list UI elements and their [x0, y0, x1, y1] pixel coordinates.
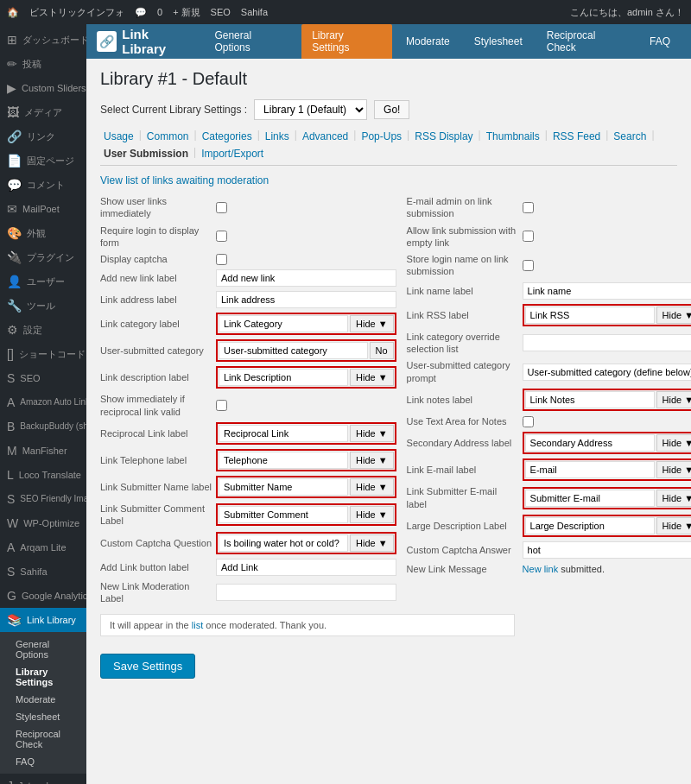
input-captcha-answer[interactable] — [523, 541, 691, 559]
sidebar-item-backupbuddy[interactable]: B BackupBuddy (shared on wpblocker.com) — [0, 414, 86, 439]
input-link-email[interactable] — [525, 461, 655, 478]
sub-nav-rss-feed[interactable]: RSS Feed — [549, 129, 604, 144]
input-link-notes[interactable] — [525, 391, 655, 408]
input-captcha-question[interactable] — [219, 534, 348, 552]
sub-nav-categories[interactable]: Categories — [199, 129, 256, 144]
checkbox-store-login[interactable] — [523, 260, 534, 271]
checkbox-email-admin[interactable] — [523, 202, 534, 213]
sidebar-item-media[interactable]: 🖼 メディア — [0, 100, 86, 124]
input-submitter-name[interactable] — [219, 478, 348, 496]
submenu-reciprocal-check[interactable]: Reciprocal Check — [0, 725, 86, 753]
hide-btn-link-category[interactable]: Hide ▼ — [350, 315, 394, 332]
submenu-faq[interactable]: FAQ — [0, 753, 86, 770]
input-link-name[interactable] — [523, 282, 691, 300]
input-reciprocal-link[interactable] — [219, 425, 348, 442]
sidebar-item-shortcodes[interactable]: [] ショートコード — [0, 342, 86, 366]
sidebar-item-amazon[interactable]: A Amazon Auto Links — [0, 390, 86, 414]
sub-nav-usage[interactable]: Usage — [100, 129, 137, 144]
nav-tab-reciprocal-check[interactable]: Reciprocal Check — [536, 24, 636, 59]
checkbox-allow-empty-link[interactable] — [523, 231, 534, 242]
hide-btn-secondary-address[interactable]: Hide ▼ — [656, 434, 691, 452]
sidebar-item-settings[interactable]: ⚙ 設定 — [0, 318, 86, 342]
library-select[interactable]: Library 1 (Default) — [254, 99, 367, 120]
input-add-link-btn[interactable] — [216, 559, 396, 576]
sidebar-item-pages[interactable]: 📄 固定ページ — [0, 149, 86, 173]
sidebar-item-link-library[interactable]: 📚 Link Library — [0, 608, 86, 632]
sidebar-item-loco-translate[interactable]: L Loco Translate — [0, 463, 86, 487]
checkbox-use-textarea[interactable] — [523, 416, 534, 427]
submenu-moderate[interactable]: Moderate — [0, 691, 86, 708]
sidebar-item-links[interactable]: 🔗 リンク — [0, 124, 86, 149]
go-button[interactable]: Go! — [374, 100, 409, 119]
checkbox-require-login[interactable] — [216, 231, 227, 242]
hide-btn-link-notes[interactable]: Hide ▼ — [656, 391, 691, 408]
sub-nav-common[interactable]: Common — [143, 129, 193, 144]
sidebar-item-manfisher[interactable]: M ManFisher — [0, 439, 86, 463]
checkbox-display-captcha[interactable] — [216, 254, 227, 265]
input-user-submitted-prompt[interactable] — [523, 364, 691, 381]
sidebar-item-google-analytics[interactable]: G Google Analytics — [0, 584, 86, 608]
sidebar-item-sahifa[interactable]: S Sahifa — [0, 560, 86, 584]
submenu-general-options[interactable]: General Options — [0, 635, 86, 663]
input-link-address[interactable] — [216, 291, 396, 308]
site-name[interactable]: ビストリックインフォ — [29, 6, 124, 19]
sub-nav-rss-display[interactable]: RSS Display — [411, 129, 476, 144]
sidebar-item-appearance[interactable]: 🎨 外観 — [0, 221, 86, 245]
sidebar-item-users[interactable]: 👤 ユーザー — [0, 269, 86, 294]
hide-btn-link-email[interactable]: Hide ▼ — [656, 461, 691, 478]
sidebar-item-seo-friendly[interactable]: S SEO Friendly Images — [0, 487, 86, 511]
sidebar-item-comments[interactable]: 💬 コメント — [0, 173, 86, 197]
sidebar-item-plugins[interactable]: 🔌 プラグイン — [0, 245, 86, 269]
sidebar-item-posts[interactable]: ✏ 投稿 — [0, 52, 86, 76]
checkbox-show-user-links[interactable] — [216, 202, 227, 213]
view-list-link[interactable]: View list of links awaiting moderation — [100, 174, 677, 187]
input-secondary-address[interactable] — [525, 434, 655, 452]
nav-tab-library-settings[interactable]: Library Settings — [301, 24, 392, 59]
sidebar-item-custom-sliders[interactable]: ▶ Custom Sliders — [0, 76, 86, 100]
nav-tab-faq[interactable]: FAQ — [639, 30, 681, 53]
submenu-library-settings[interactable]: Library Settings — [0, 663, 86, 691]
nav-tab-general-options[interactable]: General Options — [204, 24, 298, 59]
hide-btn-captcha-question[interactable]: Hide ▼ — [350, 534, 394, 552]
input-link-rss[interactable] — [525, 307, 655, 324]
sub-nav-search[interactable]: Search — [610, 129, 650, 144]
sub-nav-links[interactable]: Links — [262, 129, 293, 144]
sidebar-item-dashboard[interactable]: ⊞ ダッシュボード — [0, 28, 86, 52]
sub-nav-user-submission[interactable]: User Submission — [100, 146, 192, 161]
input-link-description[interactable] — [219, 369, 348, 386]
checkbox-show-immediately[interactable] — [216, 400, 227, 411]
sidebar-item-wp-optimize[interactable]: W WP-Optimize — [0, 511, 86, 535]
input-telephone[interactable] — [219, 452, 348, 469]
submenu-stylesheet[interactable]: Stylesheet — [0, 708, 86, 725]
input-submitter-comment[interactable] — [219, 506, 348, 523]
hide-btn-submitter-comment[interactable]: Hide ▼ — [350, 506, 394, 523]
input-submitter-email[interactable] — [525, 490, 655, 507]
new-post-link[interactable]: + 新規 — [173, 6, 200, 19]
sidebar-item-arqam[interactable]: A Arqam Lite — [0, 535, 86, 560]
sidebar-item-tools[interactable]: 🔧 ツール — [0, 294, 86, 318]
sub-nav-import-export[interactable]: Import/Export — [198, 146, 267, 161]
sidebar-item-jetpack[interactable]: J Jetpack — [0, 774, 86, 784]
hide-btn-reciprocal-link[interactable]: Hide ▼ — [350, 425, 394, 442]
seo-link[interactable]: SEO — [211, 7, 231, 17]
input-add-new-link[interactable] — [216, 269, 396, 287]
hide-btn-link-rss[interactable]: Hide ▼ — [656, 307, 691, 324]
moderation-list-link[interactable]: list — [192, 620, 203, 630]
input-link-category[interactable] — [219, 315, 348, 332]
user-link[interactable]: Sahifa — [241, 7, 268, 17]
nav-tab-stylesheet[interactable]: Stylesheet — [464, 30, 533, 53]
sub-nav-popups[interactable]: Pop-Ups — [358, 129, 405, 144]
sub-nav-thumbnails[interactable]: Thumbnails — [483, 129, 543, 144]
input-user-submitted-category[interactable] — [219, 342, 368, 359]
input-large-description[interactable] — [525, 517, 655, 534]
hide-btn-telephone[interactable]: Hide ▼ — [350, 452, 394, 469]
hide-btn-submitter-name[interactable]: Hide ▼ — [350, 478, 394, 496]
hide-btn-large-description[interactable]: Hide ▼ — [656, 517, 691, 534]
save-settings-button[interactable]: Save Settings — [100, 654, 195, 679]
sub-nav-advanced[interactable]: Advanced — [299, 129, 352, 144]
hide-btn-link-description[interactable]: Hide ▼ — [350, 369, 394, 386]
sidebar-item-seo[interactable]: S SEO — [0, 366, 86, 390]
input-category-override[interactable] — [523, 334, 691, 351]
sidebar-item-mailpoet[interactable]: ✉ MailPoet — [0, 197, 86, 221]
hide-btn-submitter-email[interactable]: Hide ▼ — [656, 490, 691, 507]
